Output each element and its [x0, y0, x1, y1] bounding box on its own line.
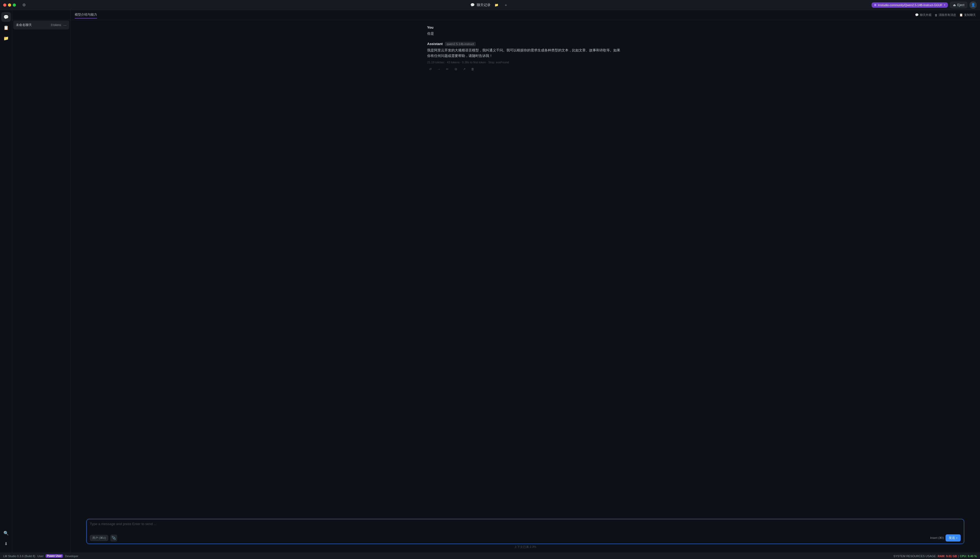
- chat-list-item[interactable]: 未命名聊天 0 tokens ···: [13, 21, 69, 30]
- sidebar-item-search[interactable]: 🔍: [1, 528, 11, 538]
- model-chevron-icon: ▾: [944, 3, 945, 7]
- copy-icon: 📋: [959, 13, 963, 17]
- copy-chat-button[interactable]: 📋 复制聊天: [959, 13, 976, 17]
- settings-button[interactable]: ⚙: [20, 1, 28, 9]
- forward-button[interactable]: →: [436, 66, 442, 72]
- attach-button[interactable]: 📎: [110, 535, 117, 541]
- user-avatar[interactable]: 👤: [969, 1, 977, 9]
- chat-sidebar: 未命名聊天 0 tokens ···: [12, 10, 71, 552]
- new-folder-button[interactable]: 📁: [492, 1, 500, 9]
- assistant-message-block: Assistant qwen2.5-14b-instruct 我是阿里云开发的大…: [406, 42, 645, 73]
- user-sender-name: You: [427, 25, 433, 30]
- tab-model-intro[interactable]: 模型介绍与能力: [75, 12, 97, 18]
- input-bottom: 用户 (⌘U) 📎 Insert (⌘I) 发送 ▾: [90, 534, 961, 541]
- user-icon: 👤: [971, 3, 975, 7]
- input-container: 用户 (⌘U) 📎 Insert (⌘I) 发送 ▾: [71, 516, 980, 552]
- chat-icon: 💬: [3, 15, 9, 20]
- content-tabs: 模型介绍与能力: [75, 12, 97, 18]
- sidebar-item-logs[interactable]: 📋: [1, 23, 11, 32]
- titlebar: ⚙ 💬 聊天记录 📁 + lmstudio-community/Qwen2.5-…: [0, 0, 980, 10]
- delete-message-button[interactable]: 🗑: [469, 66, 476, 72]
- export-button[interactable]: ↗: [461, 66, 468, 72]
- role-label: 用户 (⌘U): [92, 536, 106, 540]
- message-action-bar: ↺ → ✏ ⧉ ↗ 🗑: [427, 66, 623, 72]
- send-button[interactable]: 发送 ▾: [945, 534, 961, 541]
- messages-area[interactable]: You 你是 Assistant qwen2.5-14b-instruct 我是…: [71, 20, 980, 516]
- copy-label: 复制聊天: [964, 13, 976, 17]
- cpu-usage: CPU: 9.40 %: [960, 554, 977, 558]
- content-actions: 💬 聊天外观 🗑 清除所有消息 📋 复制聊天: [915, 13, 976, 17]
- download-icon: ⬇: [4, 541, 8, 546]
- model-name: lmstudio-community/Qwen2.5-14B-Instruct-…: [878, 3, 942, 7]
- chat-item-token-badge: 0 tokens: [50, 23, 63, 27]
- titlebar-center: 💬 聊天记录 📁 +: [470, 1, 510, 9]
- app-version: LM Studio 0.3.6 (Build 8): [3, 554, 35, 558]
- copy-message-button[interactable]: ⧉: [453, 66, 459, 72]
- retry-button[interactable]: ↺: [427, 66, 433, 72]
- close-button[interactable]: [3, 3, 7, 7]
- model-selector[interactable]: lmstudio-community/Qwen2.5-14B-Instruct-…: [872, 2, 948, 8]
- user-message-block: You 你是: [406, 25, 645, 36]
- model-status-dot: [874, 4, 876, 6]
- folder-icon: 📁: [3, 36, 9, 41]
- user-type-badge[interactable]: Power User: [46, 554, 63, 558]
- chat-appearance-label: 聊天外观: [920, 13, 932, 17]
- titlebar-chat-icon: 💬: [470, 3, 474, 7]
- context-bar: 上下文已满 2.3%: [86, 544, 964, 551]
- chat-item-name: 未命名聊天: [16, 23, 32, 27]
- assistant-model-badge: qwen2.5-14b-instruct: [445, 42, 476, 46]
- attach-icon: 📎: [112, 536, 116, 540]
- assistant-message-text: 我是阿里云开发的大规模语言模型，我叫通义千问。我可以根据你的需求生成各种类型的文…: [427, 48, 623, 59]
- maximize-button[interactable]: [13, 3, 16, 7]
- input-right: Insert (⌘I) 发送 ▾: [930, 534, 961, 541]
- add-tab-button[interactable]: +: [502, 1, 510, 9]
- context-label: 上下文已满 2.3%: [514, 545, 536, 548]
- eject-button[interactable]: ⏏ Eject: [950, 2, 967, 8]
- developer-label[interactable]: Developer: [65, 554, 78, 558]
- eject-icon: ⏏: [953, 3, 956, 7]
- assistant-sender-name: Assistant: [427, 42, 443, 46]
- system-resources-label: SYSTEM RESOURCES USAGE:: [894, 554, 937, 558]
- icon-sidebar: 💬 📋 📁 🔍 ⬇: [0, 10, 12, 552]
- chat-item-menu-button[interactable]: ···: [63, 23, 66, 27]
- chat-appearance-button[interactable]: 💬 聊天外观: [915, 13, 932, 17]
- role-selector-button[interactable]: 用户 (⌘U): [90, 535, 108, 541]
- chat-sidebar-header: [12, 10, 70, 20]
- app-layout: 💬 📋 📁 🔍 ⬇ 未命名聊天 0 tokens ···: [0, 10, 980, 552]
- assistant-message-meta: 21.19 tok/sec · 43 tokens · 0.38s to fir…: [427, 61, 623, 64]
- assistant-message-sender: Assistant qwen2.5-14b-instruct: [427, 42, 623, 46]
- send-chevron-icon: ▾: [956, 536, 957, 539]
- eject-label: Eject: [957, 3, 964, 7]
- sidebar-item-chat[interactable]: 💬: [1, 12, 11, 22]
- content-header: 模型介绍与能力 💬 聊天外观 🗑 清除所有消息 📋 复制聊天: [71, 10, 980, 20]
- status-right: SYSTEM RESOURCES USAGE: RAM: 9.01 GB | C…: [894, 554, 977, 558]
- main-content: 模型介绍与能力 💬 聊天外观 🗑 清除所有消息 📋 复制聊天: [71, 10, 980, 552]
- resource-separator: |: [958, 554, 959, 558]
- insert-button[interactable]: Insert (⌘I): [930, 536, 944, 540]
- ram-usage: RAM: 9.01 GB: [938, 554, 957, 558]
- user-role-label: User: [37, 554, 43, 558]
- insert-label: Insert (⌘I): [930, 536, 944, 539]
- minimize-button[interactable]: [8, 3, 11, 7]
- clear-label: 清除所有消息: [939, 13, 956, 17]
- user-message-text: 你是: [427, 31, 623, 36]
- titlebar-title: 聊天记录: [477, 3, 491, 7]
- input-left: 用户 (⌘U) 📎: [90, 535, 117, 541]
- sidebar-item-files[interactable]: 📁: [1, 33, 11, 43]
- status-bar: LM Studio 0.3.6 (Build 8) User Power Use…: [0, 552, 980, 559]
- message-input[interactable]: [90, 522, 961, 533]
- traffic-lights: [3, 3, 16, 7]
- logs-icon: 📋: [3, 25, 9, 30]
- status-left: LM Studio 0.3.6 (Build 8) User Power Use…: [3, 554, 78, 558]
- chat-item-left: 未命名聊天: [16, 23, 32, 27]
- user-message-sender: You: [427, 25, 623, 30]
- search-icon: 🔍: [3, 531, 9, 536]
- clear-messages-button[interactable]: 🗑 清除所有消息: [935, 13, 956, 17]
- edit-button[interactable]: ✏: [444, 66, 451, 72]
- input-wrapper: 用户 (⌘U) 📎 Insert (⌘I) 发送 ▾: [86, 519, 964, 544]
- chat-appearance-icon: 💬: [915, 13, 919, 17]
- download-button[interactable]: ⬇: [1, 539, 11, 548]
- clear-icon: 🗑: [935, 13, 938, 17]
- send-label: 发送: [949, 536, 955, 540]
